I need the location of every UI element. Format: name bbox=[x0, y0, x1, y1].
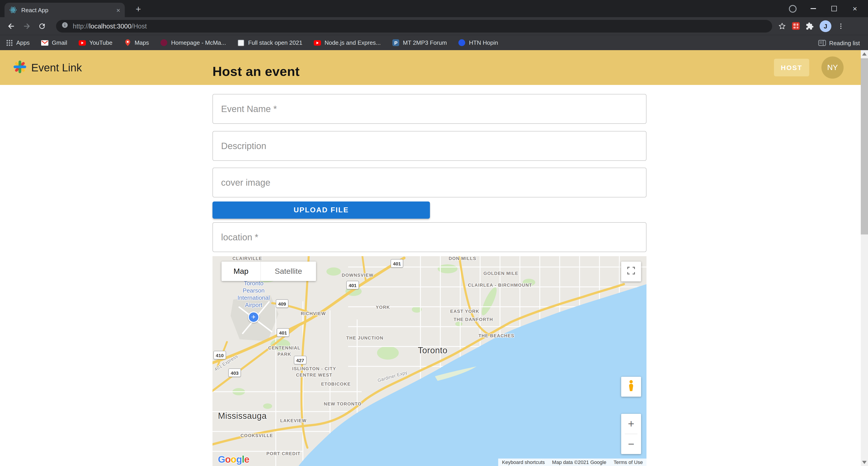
map-label-area: LAKEVIEW bbox=[280, 418, 307, 424]
fullscreen-button[interactable] bbox=[621, 262, 641, 281]
browser-tab[interactable]: React App × bbox=[4, 3, 125, 17]
browser-toolbar: http://localhost:3000/Host J bbox=[0, 17, 868, 35]
bookmark-apps[interactable]: Apps bbox=[5, 39, 30, 46]
zoom-out-button[interactable]: − bbox=[621, 434, 641, 454]
highway-shield: 403 bbox=[228, 368, 241, 377]
bookmark-forum[interactable]: P MT 2MP3 Forum bbox=[392, 39, 447, 46]
tab-close-icon[interactable]: × bbox=[116, 6, 120, 13]
brand-name: Event Link bbox=[31, 61, 82, 74]
cover-image-input[interactable] bbox=[213, 168, 647, 197]
bookmark-hopin[interactable]: HTN Hopin bbox=[458, 39, 498, 46]
highway-shield: 401 bbox=[391, 259, 403, 268]
zoom-in-button[interactable]: + bbox=[621, 414, 641, 434]
scroll-up-arrow-icon[interactable] bbox=[862, 53, 867, 56]
tab-title: React App bbox=[21, 6, 116, 13]
zoom-control: + − bbox=[621, 414, 641, 454]
piazza-icon: P bbox=[392, 39, 400, 46]
gmail-icon bbox=[41, 39, 49, 46]
bookmark-label: Node.js and Expres... bbox=[324, 39, 381, 46]
new-tab-button[interactable]: + bbox=[132, 4, 145, 14]
hopin-icon bbox=[458, 39, 466, 46]
event-name-input[interactable] bbox=[213, 94, 647, 124]
reload-button[interactable] bbox=[34, 19, 50, 33]
map-label-area: CLAIRVILLE bbox=[232, 256, 262, 262]
map-label-layer: CLAIRVILLEDON MILLSDOWNSVIEWGOLDEN MILEC… bbox=[213, 256, 647, 466]
pegman-icon bbox=[627, 379, 635, 394]
minimize-button[interactable] bbox=[803, 0, 824, 17]
maximize-button[interactable] bbox=[824, 0, 844, 17]
bookmark-maps[interactable]: Maps bbox=[124, 39, 149, 46]
page-title: Host an event bbox=[213, 64, 300, 79]
app-header: Event Link Host an event HOST NY bbox=[0, 50, 868, 85]
forward-button[interactable] bbox=[19, 19, 34, 33]
map-label-area: ETOBICOKE bbox=[321, 381, 350, 387]
map-label-area: THE JUNCTION bbox=[346, 335, 383, 341]
google-map[interactable]: CLAIRVILLEDON MILLSDOWNSVIEWGOLDEN MILEC… bbox=[213, 256, 647, 466]
map-label-area: YORK bbox=[376, 304, 390, 310]
profile-avatar[interactable]: J bbox=[819, 20, 831, 32]
user-avatar[interactable]: NY bbox=[822, 57, 844, 78]
google-logo-letter: o bbox=[225, 454, 231, 464]
bookmark-label: YouTube bbox=[89, 39, 112, 46]
chrome-menu-icon[interactable] bbox=[837, 22, 844, 30]
map-label-city: Toronto bbox=[418, 345, 447, 356]
fullscreen-icon bbox=[627, 266, 636, 277]
fullstack-icon bbox=[237, 39, 245, 46]
map-type-satellite-button[interactable]: Satellite bbox=[261, 262, 316, 281]
maps-pin-icon bbox=[124, 39, 131, 46]
map-label-area: EAST YORK bbox=[450, 308, 479, 314]
brand-logo-link[interactable]: Event Link bbox=[13, 50, 82, 85]
google-logo[interactable]: Google bbox=[218, 454, 249, 465]
map-label-area: DOWNSVIEW bbox=[342, 272, 373, 278]
bookmark-label: Homepage - McMa... bbox=[171, 39, 226, 46]
page-scrollbar[interactable] bbox=[861, 50, 868, 466]
google-logo-letter: g bbox=[236, 454, 242, 464]
bookmarks-bar: Apps Gmail YouTube Maps Homepage - McMa.… bbox=[0, 35, 868, 50]
bookmark-fullstack[interactable]: Full stack open 2021 bbox=[237, 39, 303, 46]
mcmaster-icon bbox=[160, 39, 168, 46]
map-label-area: CENTENNIAL PARK bbox=[268, 345, 301, 357]
map-label-area: PORT CREDIT bbox=[267, 451, 301, 457]
highway-shield: 401 bbox=[277, 328, 289, 337]
map-attribution: Keyboard shortcuts Map data ©2021 Google… bbox=[498, 458, 647, 466]
location-input[interactable] bbox=[213, 222, 647, 252]
host-nav-button[interactable]: HOST bbox=[774, 59, 809, 76]
map-label-area: THE DANFORTH bbox=[454, 317, 493, 323]
browser-update-icon[interactable] bbox=[782, 0, 803, 17]
keyboard-shortcuts-link[interactable]: Keyboard shortcuts bbox=[498, 460, 549, 465]
bookmark-label: HTN Hopin bbox=[469, 39, 498, 46]
reading-list-label: Reading list bbox=[829, 39, 860, 46]
bookmark-label: Full stack open 2021 bbox=[248, 39, 303, 46]
scrollbar-thumb[interactable] bbox=[861, 58, 868, 234]
map-label-area: DON MILLS bbox=[449, 256, 476, 262]
extensions-puzzle-icon[interactable] bbox=[806, 22, 814, 30]
google-logo-letter: G bbox=[218, 454, 225, 464]
reading-list-button[interactable]: Reading list bbox=[818, 35, 860, 51]
street-view-pegman-button[interactable] bbox=[621, 377, 641, 397]
event-link-logo-icon bbox=[13, 59, 27, 76]
address-bar[interactable]: http://localhost:3000/Host bbox=[56, 20, 772, 32]
map-label-city: Mississauga bbox=[218, 411, 267, 421]
terms-of-use-link[interactable]: Terms of Use bbox=[610, 460, 647, 465]
map-label-area: THE BEACHES bbox=[478, 333, 515, 339]
bookmark-youtube[interactable]: YouTube bbox=[79, 39, 112, 46]
scroll-down-arrow-icon[interactable] bbox=[862, 461, 867, 464]
site-info-icon[interactable] bbox=[61, 22, 68, 30]
url-scheme: http:// bbox=[73, 22, 89, 30]
bookmark-gmail[interactable]: Gmail bbox=[41, 39, 67, 46]
bookmark-label: Apps bbox=[16, 39, 30, 46]
highway-shield: 410 bbox=[213, 351, 226, 359]
extension-icon[interactable] bbox=[792, 22, 800, 30]
back-button[interactable] bbox=[4, 19, 19, 33]
close-button[interactable]: × bbox=[844, 0, 865, 17]
upload-file-button[interactable]: UPLOAD FILE bbox=[213, 201, 430, 219]
reading-list-icon bbox=[818, 39, 826, 47]
tab-strip: React App × + × bbox=[0, 0, 868, 17]
bookmark-star-icon[interactable] bbox=[778, 22, 786, 30]
bookmark-nodejs[interactable]: Node.js and Expres... bbox=[314, 39, 381, 46]
bookmark-homepage[interactable]: Homepage - McMa... bbox=[160, 39, 226, 46]
browser-window: React App × + × http://localhost:3000/Ho… bbox=[0, 0, 868, 466]
map-type-map-button[interactable]: Map bbox=[221, 262, 261, 281]
map-label-area: ISLINGTON - CITY CENTRE WEST bbox=[292, 366, 336, 378]
description-input[interactable] bbox=[213, 131, 647, 161]
